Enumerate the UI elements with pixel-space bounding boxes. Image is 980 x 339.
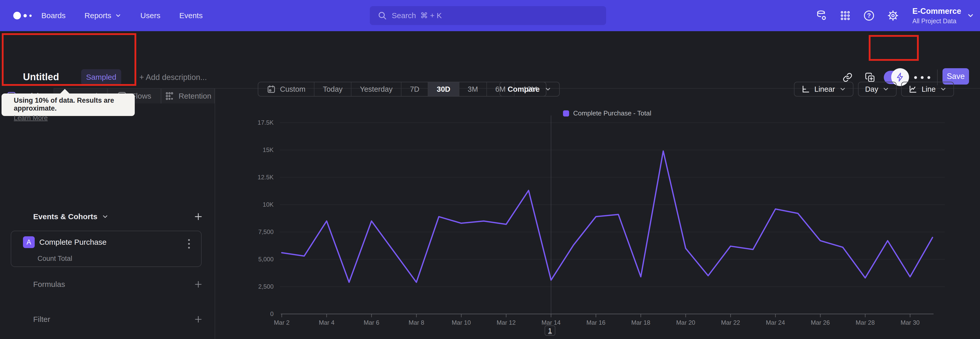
svg-text:Mar 8: Mar 8: [409, 319, 424, 326]
interval-label: Day: [865, 85, 878, 93]
page-number: 1: [548, 327, 552, 335]
range-7d[interactable]: 7D: [401, 82, 428, 96]
scale-dropdown[interactable]: Linear: [794, 82, 853, 97]
svg-text:Mar 6: Mar 6: [364, 319, 379, 326]
range-label: 30D: [437, 85, 450, 93]
svg-text:15K: 15K: [262, 146, 274, 153]
range-3m[interactable]: 3M: [460, 82, 487, 96]
svg-text:Mar 12: Mar 12: [496, 319, 516, 326]
svg-text:Mar 16: Mar 16: [587, 319, 606, 326]
svg-text:12.5K: 12.5K: [258, 174, 274, 181]
line-chart: 02,5005,0007,50010K12.5K15K17.5KMar 2Mar…: [0, 0, 980, 339]
range-today[interactable]: Today: [314, 82, 352, 96]
chart-type-dropdown[interactable]: Line: [901, 82, 954, 97]
svg-text:10K: 10K: [262, 201, 274, 208]
svg-text:7,500: 7,500: [258, 229, 274, 235]
range-label: Yesterday: [360, 85, 393, 93]
svg-text:Mar 28: Mar 28: [856, 319, 875, 326]
svg-text:Mar 10: Mar 10: [452, 319, 471, 326]
svg-text:2,500: 2,500: [258, 283, 274, 290]
legend-label: Complete Purchase - Total: [573, 109, 651, 117]
legend-swatch: [563, 110, 569, 117]
interval-dropdown[interactable]: Day: [858, 82, 897, 97]
svg-text:Mar 4: Mar 4: [319, 319, 334, 326]
chart-display-controls: Linear Day Line: [794, 82, 954, 97]
range-custom[interactable]: Custom: [258, 82, 314, 96]
linear-axis-icon: [801, 85, 810, 94]
line-chart-icon: [908, 85, 918, 94]
compare-button[interactable]: Compare: [500, 82, 560, 97]
range-label: 7D: [410, 85, 419, 93]
svg-text:Mar 18: Mar 18: [632, 319, 651, 326]
pagination-page-1[interactable]: 1: [545, 325, 555, 336]
svg-text:Mar 14: Mar 14: [542, 319, 561, 326]
svg-text:Mar 30: Mar 30: [900, 319, 920, 326]
tooltip-message: Using 10% of data. Results are approxima…: [14, 97, 130, 112]
range-yesterday[interactable]: Yesterday: [352, 82, 401, 96]
svg-text:Mar 22: Mar 22: [721, 319, 740, 326]
svg-text:0: 0: [270, 310, 274, 317]
compare-label: Compare: [508, 85, 540, 93]
scale-label: Linear: [815, 85, 835, 93]
chart-type-label: Line: [921, 85, 935, 93]
svg-text:Mar 2: Mar 2: [274, 319, 290, 326]
chevron-down-icon: [940, 86, 947, 93]
svg-text:5,000: 5,000: [258, 256, 274, 262]
range-label: Today: [323, 85, 342, 93]
legend-item[interactable]: Complete Purchase - Total: [563, 109, 651, 117]
chevron-down-icon: [839, 86, 846, 93]
chevron-down-icon: [544, 86, 552, 93]
svg-text:17.5K: 17.5K: [258, 119, 274, 126]
svg-text:Mar 24: Mar 24: [766, 319, 785, 326]
svg-text:Mar 20: Mar 20: [676, 319, 695, 326]
sampling-tooltip: Using 10% of data. Results are approxima…: [2, 93, 135, 116]
range-label: 3M: [468, 85, 478, 93]
tooltip-arrow: [60, 89, 70, 94]
range-label: Custom: [280, 85, 305, 93]
calendar-icon: [267, 85, 276, 94]
chart-legend: Complete Purchase - Total: [282, 109, 932, 117]
range-30d[interactable]: 30D: [428, 82, 459, 96]
chevron-down-icon: [882, 86, 889, 93]
learn-more-link[interactable]: Learn More: [14, 114, 48, 122]
svg-text:Mar 26: Mar 26: [811, 319, 830, 326]
